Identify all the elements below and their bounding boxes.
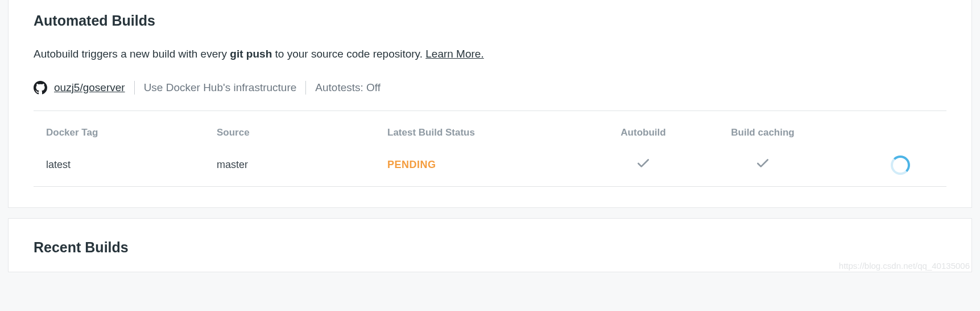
spinner-icon (891, 156, 910, 175)
table-header-row: Docker Tag Source Latest Build Status Au… (34, 111, 946, 148)
recent-builds-title: Recent Builds (34, 239, 946, 256)
desc-prefix: Autobuild triggers a new build with ever… (34, 48, 230, 60)
separator (134, 81, 135, 95)
check-icon (755, 156, 770, 171)
automated-builds-description: Autobuild triggers a new build with ever… (34, 46, 946, 63)
col-header-docker-tag: Docker Tag (46, 127, 217, 138)
col-header-build-caching: Build caching (700, 127, 825, 138)
table-row: latest master PENDING (34, 148, 946, 186)
autotests-text: Autotests: Off (315, 81, 381, 94)
cell-source: master (217, 159, 387, 171)
separator (305, 81, 306, 95)
learn-more-link[interactable]: Learn More. (425, 48, 483, 60)
build-rules-table: Docker Tag Source Latest Build Status Au… (34, 111, 946, 187)
infrastructure-text: Use Docker Hub's infrastructure (144, 81, 297, 94)
automated-builds-title: Automated Builds (34, 13, 946, 29)
cell-loading (825, 156, 934, 175)
check-icon (636, 156, 651, 171)
repo-link[interactable]: ouzj5/goserver (54, 81, 125, 94)
desc-suffix: to your source code repository. (272, 48, 425, 60)
github-icon (34, 81, 47, 95)
desc-bold: git push (230, 48, 272, 60)
cell-build-caching (700, 156, 825, 174)
col-header-autobuild: Autobuild (586, 127, 700, 138)
cell-autobuild (586, 156, 700, 174)
recent-builds-panel: Recent Builds (8, 218, 972, 272)
col-header-latest-build-status: Latest Build Status (387, 127, 586, 138)
repo-info-row: ouzj5/goserver Use Docker Hub's infrastr… (34, 81, 946, 95)
cell-build-status: PENDING (387, 159, 586, 171)
col-header-source: Source (217, 127, 387, 138)
automated-builds-panel: Automated Builds Autobuild triggers a ne… (8, 0, 972, 208)
cell-docker-tag: latest (46, 159, 217, 171)
